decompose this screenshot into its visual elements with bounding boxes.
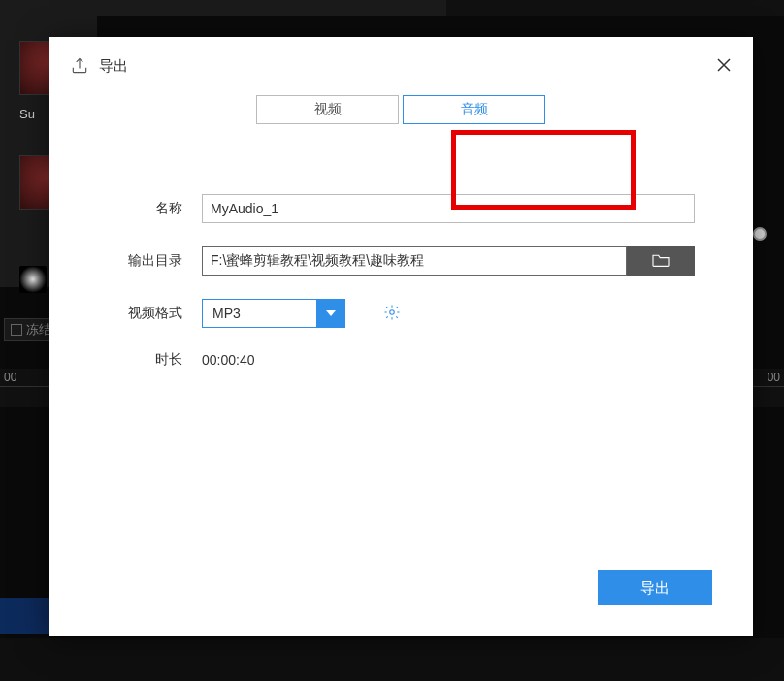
ruler-tick: 00 <box>4 371 16 384</box>
close-icon <box>716 57 732 76</box>
format-label: 视频格式 <box>78 305 202 322</box>
row-output-path: 输出目录 <box>78 246 695 276</box>
export-dialog: 导出 视频 音频 名称 输出目录 <box>49 37 753 636</box>
gear-icon <box>383 304 401 324</box>
media-label: Su <box>19 107 35 121</box>
chevron-down-icon <box>316 299 345 328</box>
row-format: 视频格式 MP3 <box>78 299 695 328</box>
browse-folder-button[interactable] <box>627 246 695 276</box>
export-icon <box>70 56 89 76</box>
export-form: 名称 输出目录 视频格式 MP3 <box>49 194 753 392</box>
tab-label: 视频 <box>314 101 342 118</box>
path-label: 输出目录 <box>78 252 202 270</box>
format-select[interactable]: MP3 <box>202 299 345 328</box>
media-thumbnail[interactable] <box>19 266 47 293</box>
dialog-header: 导出 <box>49 37 753 95</box>
timeline-clip[interactable] <box>0 598 49 634</box>
duration-value: 00:00:40 <box>202 352 255 368</box>
folder-icon <box>651 252 670 271</box>
scrub-handle[interactable] <box>753 227 767 241</box>
export-button[interactable]: 导出 <box>598 570 712 605</box>
duration-label: 时长 <box>78 351 202 369</box>
name-label: 名称 <box>78 200 202 217</box>
row-duration: 时长 00:00:40 <box>78 351 695 369</box>
output-path-input[interactable] <box>202 246 627 276</box>
ruler-tick: 00 <box>768 371 780 384</box>
name-input[interactable] <box>202 194 695 223</box>
export-tabs: 视频 音频 <box>49 95 753 124</box>
format-settings-button[interactable] <box>382 304 402 323</box>
close-button[interactable] <box>712 54 735 78</box>
svg-point-0 <box>390 309 395 314</box>
row-name: 名称 <box>78 194 695 223</box>
format-value: MP3 <box>212 306 241 321</box>
dialog-title: 导出 <box>99 57 128 76</box>
tab-label: 音频 <box>461 101 488 118</box>
tab-audio[interactable]: 音频 <box>403 95 545 124</box>
checkbox-icon <box>11 324 22 336</box>
tab-video[interactable]: 视频 <box>256 95 399 124</box>
